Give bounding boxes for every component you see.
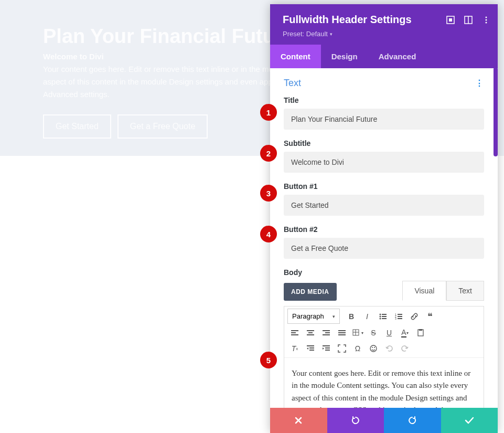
svg-rect-41 <box>325 350 330 351</box>
quote-icon[interactable]: ❝ <box>423 310 437 323</box>
cancel-button[interactable] <box>270 408 327 433</box>
svg-rect-38 <box>309 350 314 351</box>
tab-content[interactable]: Content <box>270 45 321 68</box>
button1-input[interactable] <box>284 195 484 216</box>
svg-rect-8 <box>382 314 387 315</box>
svg-point-43 <box>372 347 373 348</box>
svg-rect-40 <box>325 347 330 348</box>
align-left-icon[interactable] <box>287 326 302 340</box>
emoji-icon[interactable] <box>366 342 381 355</box>
number-list-icon[interactable]: 123 <box>391 310 406 323</box>
callout-1: 1 <box>260 104 277 121</box>
indent-icon[interactable] <box>319 342 334 355</box>
editor-toolbar: Paragraph B I 123 ❝ ▾ S U A▾ <box>284 307 484 358</box>
align-justify-icon[interactable] <box>335 326 349 340</box>
kebab-menu-icon[interactable] <box>482 16 490 24</box>
callout-4: 4 <box>260 226 277 242</box>
paragraph-select[interactable]: Paragraph <box>287 309 340 324</box>
mode-tab-text[interactable]: Text <box>446 281 484 301</box>
tab-design[interactable]: Design <box>321 45 368 68</box>
callout-3: 3 <box>260 185 277 202</box>
section-kebab-icon[interactable]: ⋮ <box>475 78 484 88</box>
svg-point-44 <box>374 347 375 348</box>
svg-rect-14 <box>398 314 402 315</box>
svg-rect-10 <box>382 316 387 317</box>
outdent-icon[interactable] <box>303 342 318 355</box>
special-char-icon[interactable]: Ω <box>350 342 365 355</box>
link-icon[interactable] <box>407 310 422 323</box>
panel-scrollbar[interactable] <box>494 67 498 156</box>
button2-label: Button #2 <box>284 225 484 234</box>
italic-icon[interactable]: I <box>360 310 374 323</box>
svg-point-42 <box>370 345 377 352</box>
strikethrough-icon[interactable]: S <box>366 326 381 340</box>
redo-icon[interactable] <box>398 342 412 355</box>
svg-text:3: 3 <box>395 317 396 320</box>
svg-rect-29 <box>338 332 346 333</box>
svg-point-4 <box>486 17 487 18</box>
expand-icon[interactable] <box>464 16 473 24</box>
svg-rect-24 <box>307 334 314 335</box>
svg-point-5 <box>486 19 487 21</box>
editor-mode-tabs: Visual Text <box>402 281 484 301</box>
section-header: Text ⋮ <box>284 78 484 89</box>
confirm-button[interactable] <box>441 408 498 433</box>
undo-icon[interactable] <box>382 342 396 355</box>
align-right-icon[interactable] <box>319 326 334 340</box>
clear-format-icon[interactable]: Tx <box>287 342 302 355</box>
field-title: Title <box>284 96 484 130</box>
title-input[interactable] <box>284 109 484 130</box>
svg-rect-1 <box>449 18 452 22</box>
bullet-list-icon[interactable] <box>376 310 390 323</box>
settings-panel: Fullwidth Header Settings Preset: Defaul… <box>270 4 498 433</box>
section-title[interactable]: Text <box>284 78 301 89</box>
preview-button-1[interactable]: Get Started <box>43 114 111 139</box>
preview-button-2[interactable]: Get a Free Quote <box>117 114 208 139</box>
body-label: Body <box>284 268 484 277</box>
svg-rect-39 <box>323 345 330 346</box>
tab-advanced[interactable]: Advanced <box>368 45 427 68</box>
svg-rect-25 <box>323 330 330 331</box>
fullscreen-icon[interactable] <box>335 342 349 355</box>
svg-point-11 <box>380 318 381 319</box>
svg-rect-20 <box>291 332 296 333</box>
field-body: Body ADD MEDIA Visual Text Paragraph B I… <box>284 268 484 408</box>
panel-header: Fullwidth Header Settings Preset: Defaul… <box>270 4 498 45</box>
undo-button[interactable] <box>327 408 384 433</box>
rich-editor: Paragraph B I 123 ❝ ▾ S U A▾ <box>284 306 484 408</box>
svg-rect-22 <box>307 330 314 331</box>
text-color-icon[interactable]: A▾ <box>398 326 412 340</box>
preset-selector[interactable]: Preset: Default <box>283 30 333 38</box>
underline-icon[interactable]: U <box>382 326 396 340</box>
mode-tab-visual[interactable]: Visual <box>402 281 446 301</box>
panel-footer <box>270 408 498 433</box>
panel-tabs: Content Design Advanced <box>270 45 498 68</box>
svg-rect-35 <box>419 329 422 331</box>
svg-rect-28 <box>338 330 346 331</box>
button1-label: Button #1 <box>284 182 484 191</box>
svg-point-9 <box>380 315 381 317</box>
snap-icon[interactable] <box>446 16 455 24</box>
callout-2: 2 <box>260 145 277 162</box>
svg-rect-23 <box>308 332 313 333</box>
body-editor[interactable]: Your content goes here. Edit or remove t… <box>284 358 484 408</box>
bold-icon[interactable]: B <box>344 310 359 323</box>
align-center-icon[interactable] <box>303 326 318 340</box>
add-media-button[interactable]: ADD MEDIA <box>284 283 337 301</box>
svg-point-6 <box>486 22 487 24</box>
table-icon[interactable]: ▾ <box>350 326 365 340</box>
svg-rect-12 <box>382 318 387 319</box>
svg-rect-36 <box>307 345 314 346</box>
svg-rect-27 <box>323 334 330 335</box>
paste-icon[interactable] <box>413 326 428 340</box>
svg-point-7 <box>380 313 381 315</box>
redo-button[interactable] <box>384 408 441 433</box>
svg-rect-26 <box>325 332 330 333</box>
body-top-row: ADD MEDIA Visual Text <box>284 281 484 301</box>
svg-rect-21 <box>291 334 298 335</box>
button2-input[interactable] <box>284 238 484 259</box>
subtitle-input[interactable] <box>284 152 484 173</box>
svg-rect-18 <box>398 318 402 319</box>
field-button2: Button #2 <box>284 225 484 259</box>
subtitle-label: Subtitle <box>284 139 484 147</box>
